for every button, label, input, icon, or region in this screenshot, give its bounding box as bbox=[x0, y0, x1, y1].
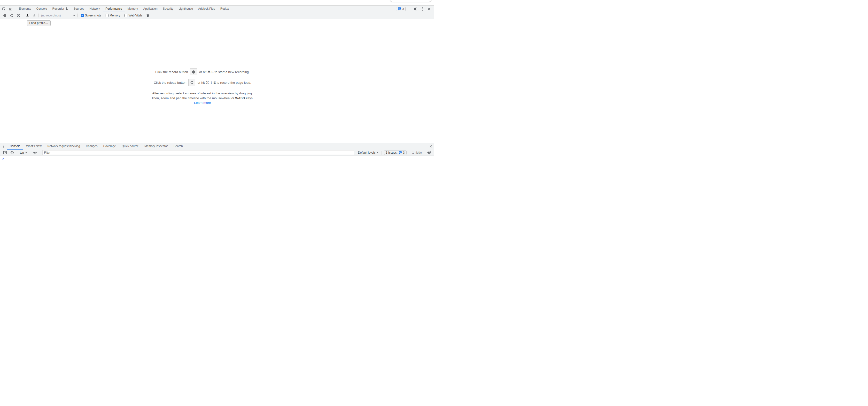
tab-label: Search bbox=[174, 144, 183, 148]
checkbox-unchecked-icon bbox=[105, 14, 108, 17]
tab-sources[interactable]: Sources bbox=[71, 6, 87, 12]
tab-console[interactable]: Console bbox=[34, 6, 50, 12]
kebab-menu-icon bbox=[422, 7, 423, 11]
download-icon bbox=[32, 14, 36, 18]
tab-label: Network bbox=[89, 7, 100, 10]
sidebar-toggle-icon bbox=[3, 151, 7, 155]
devtools-main-tab-bar: Elements Console Recorder Sources Networ… bbox=[0, 5, 434, 12]
upload-icon bbox=[26, 14, 29, 18]
console-prompt-row[interactable]: > bbox=[0, 156, 434, 161]
inspect-element-button[interactable] bbox=[0, 6, 7, 12]
javascript-context-dropdown[interactable]: top bbox=[19, 149, 28, 156]
tab-label: Network request blocking bbox=[48, 144, 80, 148]
tab-label: Recorder bbox=[52, 7, 64, 10]
checkbox-unchecked-icon bbox=[124, 14, 127, 17]
divider bbox=[409, 151, 409, 155]
chevron-down-icon bbox=[25, 152, 27, 153]
eye-icon bbox=[33, 151, 37, 155]
tab-lighthouse[interactable]: Lighthouse bbox=[176, 6, 196, 12]
tab-label: Security bbox=[163, 7, 173, 10]
issues-count: 3 bbox=[403, 151, 405, 155]
experiment-flask-icon bbox=[65, 7, 68, 10]
tab-label: Adblock Plus bbox=[198, 7, 215, 10]
levels-value: Default levels bbox=[358, 151, 375, 155]
tab-label: What's New bbox=[26, 144, 42, 148]
drawer-tab-console[interactable]: Console bbox=[7, 143, 23, 149]
tab-label: Memory Inspector bbox=[145, 144, 168, 148]
drawer-tab-changes[interactable]: Changes bbox=[83, 143, 100, 149]
tab-performance[interactable]: Performance bbox=[103, 6, 125, 12]
chevron-down-icon bbox=[73, 15, 75, 16]
checkbox-label: Memory bbox=[110, 14, 120, 17]
hint-text: Click the reload button bbox=[154, 81, 186, 84]
reload-icon bbox=[10, 14, 13, 18]
hint-text: or hit ⌘ E to start a new recording. bbox=[199, 70, 250, 74]
drawer-tab-network-request-blocking[interactable]: Network request blocking bbox=[44, 143, 83, 149]
collect-garbage-button[interactable] bbox=[145, 12, 151, 19]
load-profile-button[interactable] bbox=[24, 12, 31, 19]
drawer-tab-coverage[interactable]: Coverage bbox=[100, 143, 119, 149]
web-vitals-checkbox[interactable]: Web Vitals bbox=[124, 14, 143, 17]
more-options-button[interactable] bbox=[420, 6, 424, 12]
screenshots-checkbox[interactable]: Screenshots bbox=[81, 14, 101, 17]
tab-elements[interactable]: Elements bbox=[16, 6, 34, 12]
kebab-menu-icon bbox=[3, 145, 4, 148]
browser-popup-fragment bbox=[390, 0, 431, 2]
close-drawer-button[interactable] bbox=[428, 143, 434, 149]
tab-application[interactable]: Application bbox=[141, 6, 160, 12]
tab-memory[interactable]: Memory bbox=[125, 6, 141, 12]
usage-hint-paragraph: After recording, select an area of inter… bbox=[148, 91, 257, 105]
tab-label: Elements bbox=[19, 7, 31, 10]
issues-bubble-icon bbox=[399, 151, 402, 154]
tab-recorder[interactable]: Recorder bbox=[50, 6, 71, 12]
issues-bubble-icon bbox=[398, 7, 401, 10]
record-button[interactable] bbox=[1, 12, 8, 19]
context-value: top bbox=[20, 151, 24, 155]
record-button-inline[interactable] bbox=[190, 68, 197, 75]
drawer-tab-bar: Console What's New Network request block… bbox=[0, 143, 434, 149]
tab-network[interactable]: Network bbox=[87, 6, 103, 12]
reload-and-record-button[interactable] bbox=[8, 12, 15, 19]
tab-security[interactable]: Security bbox=[160, 6, 176, 12]
load-profile-tooltip: Load profile… bbox=[27, 20, 51, 26]
save-profile-button[interactable] bbox=[31, 12, 37, 19]
console-prompt-chevron: > bbox=[2, 157, 4, 161]
trash-icon bbox=[146, 14, 149, 18]
tooltip-text: Load profile… bbox=[29, 21, 48, 25]
drawer-tab-memory-inspector[interactable]: Memory Inspector bbox=[142, 143, 171, 149]
gear-icon bbox=[413, 7, 417, 11]
console-settings-button[interactable] bbox=[426, 149, 433, 156]
issues-counter-button[interactable]: 3 bbox=[396, 7, 406, 11]
clear-console-button[interactable] bbox=[9, 149, 16, 156]
drawer-more-tools-button[interactable] bbox=[0, 143, 7, 149]
tab-label: Coverage bbox=[103, 144, 116, 148]
tab-redux[interactable]: Redux bbox=[218, 6, 231, 12]
drawer-tab-search[interactable]: Search bbox=[171, 143, 186, 149]
chevron-down-icon bbox=[377, 152, 378, 153]
devtools-window: { "accent_color": "#1a73e8", "main_tabs"… bbox=[0, 0, 434, 203]
learn-more-link[interactable]: Learn more bbox=[194, 101, 211, 104]
settings-button[interactable] bbox=[413, 6, 417, 12]
console-issues-button[interactable]: 3 Issues: 3 bbox=[384, 150, 407, 155]
checkbox-label: Web Vitals bbox=[129, 14, 143, 17]
memory-checkbox[interactable]: Memory bbox=[105, 14, 120, 17]
block-icon bbox=[17, 14, 20, 18]
record-icon bbox=[192, 70, 195, 73]
recordings-dropdown-value: (no recordings) bbox=[41, 14, 72, 17]
recordings-dropdown[interactable]: (no recordings) bbox=[40, 12, 76, 19]
tab-label: Memory bbox=[127, 7, 138, 10]
toggle-device-toolbar-button[interactable] bbox=[7, 6, 14, 12]
console-sidebar-toggle-button[interactable] bbox=[1, 149, 8, 156]
clear-recording-button[interactable] bbox=[15, 12, 22, 19]
drawer-tab-whats-new[interactable]: What's New bbox=[23, 143, 44, 149]
close-devtools-button[interactable] bbox=[427, 6, 432, 12]
shift-key-glyph: ⇧ bbox=[210, 80, 212, 84]
drawer-tab-quick-source[interactable]: Quick source bbox=[119, 143, 142, 149]
log-levels-dropdown[interactable]: Default levels bbox=[357, 149, 380, 156]
console-filter-input[interactable] bbox=[42, 150, 354, 155]
tab-adblock-plus[interactable]: Adblock Plus bbox=[195, 6, 217, 12]
block-icon bbox=[10, 151, 14, 155]
create-live-expression-button[interactable] bbox=[31, 149, 38, 156]
record-icon bbox=[3, 14, 6, 17]
reload-button-inline[interactable] bbox=[188, 79, 195, 86]
